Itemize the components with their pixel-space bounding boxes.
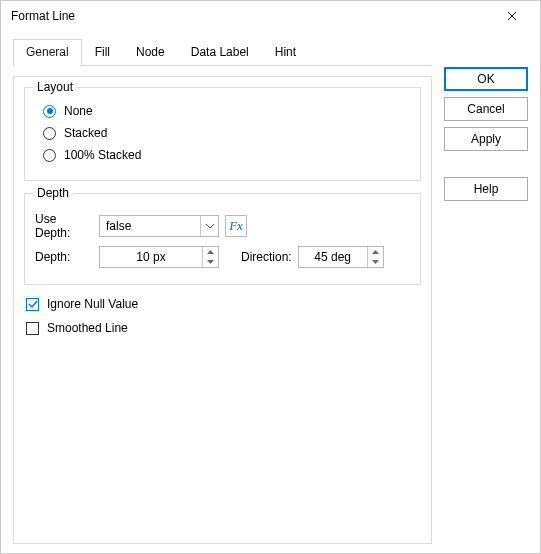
- tab-fill[interactable]: Fill: [82, 39, 123, 65]
- direction-spinner[interactable]: 45 deg: [298, 246, 384, 268]
- use-depth-combo[interactable]: false: [99, 215, 219, 237]
- tab-strip: General Fill Node Data Label Hint: [13, 39, 432, 66]
- tab-node[interactable]: Node: [123, 39, 178, 65]
- checkbox-smoothed-line[interactable]: [26, 322, 39, 335]
- close-button[interactable]: [492, 2, 532, 30]
- direction-value: 45 deg: [299, 250, 367, 264]
- dialog-window: Format Line General Fill Node Data Label…: [0, 0, 541, 554]
- tab-general[interactable]: General: [13, 39, 82, 66]
- radio-none[interactable]: [43, 105, 56, 118]
- tab-data-label[interactable]: Data Label: [178, 39, 262, 65]
- depth-spin-buttons[interactable]: [202, 247, 218, 267]
- depth-spinner[interactable]: 10 px: [99, 246, 219, 268]
- chevron-down-icon: [200, 216, 218, 236]
- tab-hint[interactable]: Hint: [262, 39, 309, 65]
- close-icon: [507, 11, 517, 21]
- help-button[interactable]: Help: [444, 177, 528, 201]
- radio-stacked-label: Stacked: [64, 126, 107, 140]
- depth-value: 10 px: [100, 250, 202, 264]
- window-title: Format Line: [11, 9, 492, 23]
- apply-button[interactable]: Apply: [444, 127, 528, 151]
- radio-100-stacked[interactable]: [43, 149, 56, 162]
- smoothed-line-label: Smoothed Line: [47, 321, 128, 335]
- ignore-null-label: Ignore Null Value: [47, 297, 138, 311]
- radio-100-stacked-label: 100% Stacked: [64, 148, 141, 162]
- direction-spin-buttons[interactable]: [367, 247, 383, 267]
- checkbox-ignore-null[interactable]: [26, 298, 39, 311]
- cancel-button[interactable]: Cancel: [444, 97, 528, 121]
- use-depth-label: Use Depth:: [35, 212, 93, 240]
- radio-stacked[interactable]: [43, 127, 56, 140]
- use-depth-value: false: [100, 219, 200, 233]
- radio-none-label: None: [64, 104, 93, 118]
- layout-group: Layout None Stacked 100% Stacked: [24, 87, 421, 181]
- depth-group: Depth Use Depth: false Fx: [24, 193, 421, 285]
- direction-label: Direction:: [241, 250, 292, 264]
- depth-legend: Depth: [33, 186, 73, 200]
- fx-button[interactable]: Fx: [225, 215, 247, 237]
- ok-button[interactable]: OK: [444, 67, 528, 91]
- depth-label: Depth:: [35, 250, 93, 264]
- titlebar: Format Line: [1, 1, 540, 31]
- tab-panel-general: Layout None Stacked 100% Stacked: [13, 76, 432, 544]
- layout-legend: Layout: [33, 80, 77, 94]
- check-icon: [28, 299, 38, 309]
